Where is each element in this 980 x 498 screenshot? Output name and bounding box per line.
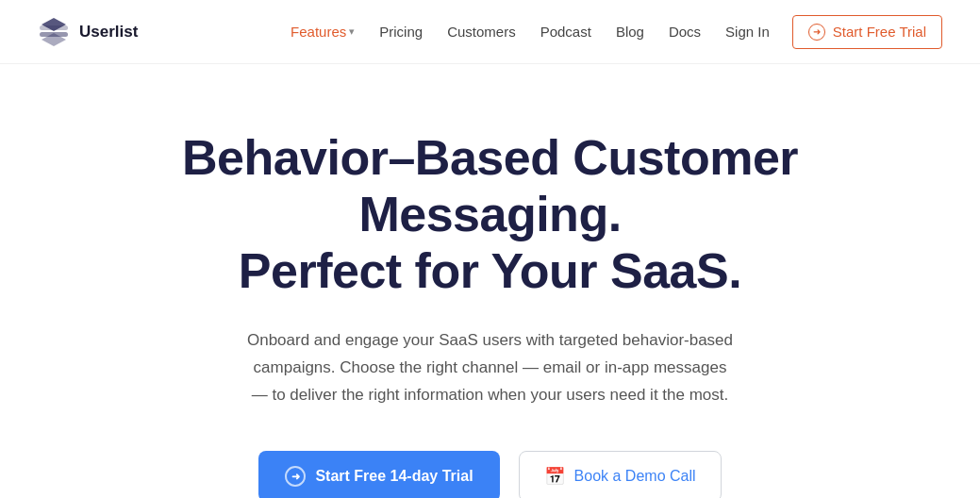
hero-section: Behavior–Based Customer Messaging. Perfe… xyxy=(0,64,980,498)
nav-item-customers[interactable]: Customers xyxy=(438,18,525,45)
nav-item-pricing[interactable]: Pricing xyxy=(370,18,432,45)
brand-name: Userlist xyxy=(79,23,138,42)
logo-icon xyxy=(38,16,70,48)
calendar-icon: 📅 xyxy=(544,466,565,487)
logo-link[interactable]: Userlist xyxy=(38,16,138,48)
hero-buttons: ➜ Start Free 14-day Trial 📅 Book a Demo … xyxy=(258,451,721,498)
chevron-down-icon: ▾ xyxy=(349,25,355,38)
nav-item-signin[interactable]: Sign In xyxy=(716,18,779,45)
book-demo-button[interactable]: 📅 Book a Demo Call xyxy=(519,451,722,498)
start-trial-button[interactable]: ➜ Start Free 14-day Trial xyxy=(258,451,499,498)
hero-subtitle: Onboard and engage your SaaS users with … xyxy=(245,327,736,409)
hero-title: Behavior–Based Customer Messaging. Perfe… xyxy=(132,130,849,299)
nav-item-features[interactable]: Features ▾ xyxy=(281,18,364,45)
nav-links: Features ▾ Pricing Customers Podcast Blo… xyxy=(281,15,942,49)
nav-cta-button[interactable]: ➜ Start Free Trial xyxy=(792,15,942,49)
navigation: Userlist Features ▾ Pricing Customers Po… xyxy=(0,0,980,64)
circle-arrow-icon: ➜ xyxy=(285,466,306,487)
nav-item-blog[interactable]: Blog xyxy=(606,18,654,45)
circle-arrow-icon: ➜ xyxy=(808,24,825,41)
nav-item-docs[interactable]: Docs xyxy=(659,18,710,45)
nav-item-podcast[interactable]: Podcast xyxy=(531,18,601,45)
